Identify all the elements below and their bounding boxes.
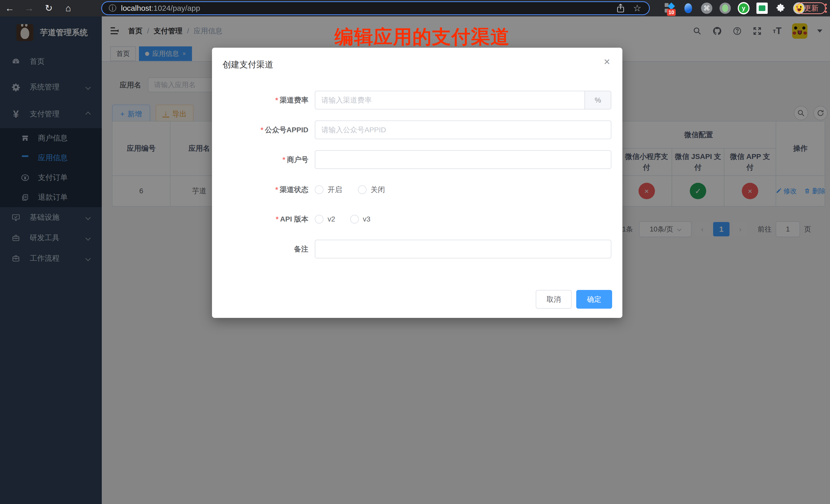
screen: ← → ↻ ⌂ ⓘ localhost:1024/pay/app ☆ [0, 0, 830, 504]
confirm-button[interactable]: 确定 [576, 290, 612, 309]
remark-input[interactable] [315, 240, 611, 258]
form-row-merchant: *商户号 [212, 150, 611, 169]
extension-icon[interactable]: 10 [664, 2, 676, 14]
extension-icon-recorder[interactable] [719, 2, 731, 14]
browser-toolbar: ← → ↻ ⌂ ⓘ localhost:1024/pay/app ☆ [0, 0, 830, 17]
extensions-area: 10 ⌘ y [664, 0, 805, 17]
url-host: localhost [121, 4, 151, 12]
radio-label: 开启 [328, 185, 342, 195]
field-label: *商户号 [212, 155, 308, 165]
radio-circle-icon [315, 215, 323, 224]
browser-back-icon[interactable]: ← [0, 3, 20, 13]
extension-icon-y[interactable]: y [738, 2, 749, 14]
site-info-icon[interactable]: ⓘ [109, 3, 116, 13]
radio-circle-icon [350, 215, 359, 224]
address-bar[interactable]: ⓘ localhost:1024/pay/app ☆ [101, 1, 650, 15]
browser-update-button[interactable]: 更新 [797, 2, 826, 14]
official-account-appid-input[interactable] [315, 121, 611, 139]
green-dot-icon [722, 4, 728, 12]
dialog-footer: 取消 确定 [536, 290, 612, 309]
field-label: *公众号APPID [212, 125, 308, 135]
channel-rate-input[interactable] [315, 91, 585, 109]
radio-status-closed[interactable]: 关闭 [358, 185, 385, 195]
extension-badge: 10 [667, 9, 676, 16]
radio-label: v2 [328, 215, 335, 223]
form-row-rate: *渠道费率 % [212, 91, 611, 109]
required-asterisk: * [283, 156, 285, 163]
extension-icon-command[interactable]: ⌘ [701, 2, 712, 14]
radio-label: v3 [363, 215, 371, 223]
dialog-title: 创建支付渠道 [223, 59, 273, 70]
radio-circle-icon [315, 185, 323, 194]
balloon-icon [684, 3, 692, 13]
field-label: *API 版本 [212, 214, 308, 224]
create-pay-channel-dialog: 创建支付渠道 × *渠道费率 % *公众号APPID *商户号 *渠道状态 [212, 48, 622, 318]
required-asterisk: * [276, 215, 279, 223]
radio-api-v2[interactable]: v2 [315, 215, 335, 224]
field-label: 备注 [212, 244, 308, 254]
chat-icon [759, 5, 765, 11]
extension-icon-chat[interactable] [756, 2, 768, 14]
extensions-menu-puzzle-icon[interactable] [775, 2, 787, 14]
browser-menu-icon[interactable] [825, 4, 827, 13]
form-row-status: *渠道状态 开启 关闭 [212, 180, 611, 199]
form-row-appid: *公众号APPID [212, 121, 611, 139]
radio-label: 关闭 [371, 185, 385, 195]
extension-icon-balloon[interactable] [682, 2, 694, 14]
bookmark-star-icon[interactable]: ☆ [633, 3, 641, 13]
command-icon: ⌘ [701, 3, 712, 14]
dialog-close-icon[interactable]: × [604, 56, 610, 67]
form-row-remark: 备注 [212, 240, 611, 258]
radio-api-v3[interactable]: v3 [350, 215, 371, 224]
required-asterisk: * [275, 96, 278, 104]
merchant-id-input[interactable] [315, 150, 611, 169]
browser-reload-icon[interactable]: ↻ [39, 3, 58, 13]
form-row-api-version: *API 版本 v2 v3 [212, 210, 611, 228]
share-icon[interactable] [617, 4, 625, 13]
field-label: *渠道状态 [212, 185, 308, 195]
url-path: :1024/pay/app [151, 4, 200, 12]
browser-forward-icon[interactable]: → [20, 3, 39, 13]
radio-circle-icon [358, 185, 366, 194]
annotation-text: 编辑应用的支付渠道 [334, 24, 510, 50]
y-badge-icon: y [739, 3, 748, 13]
percent-append: % [585, 91, 611, 109]
cancel-button[interactable]: 取消 [536, 290, 572, 309]
radio-status-open[interactable]: 开启 [315, 185, 342, 195]
required-asterisk: * [275, 186, 278, 194]
diamond-icon [668, 3, 675, 10]
required-asterisk: * [261, 126, 263, 134]
field-label: *渠道费率 [212, 95, 308, 105]
browser-home-icon[interactable]: ⌂ [58, 3, 78, 13]
